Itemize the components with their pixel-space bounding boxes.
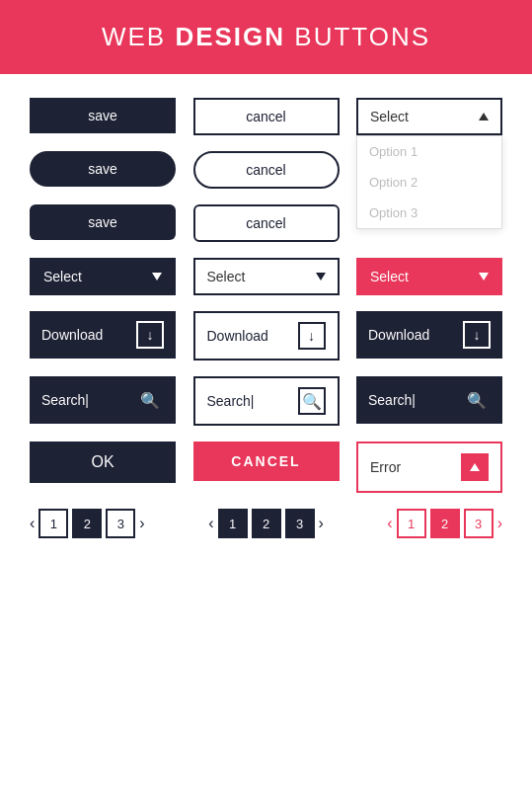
search-icon-dark-right: 🔍 [463,386,491,414]
save-flat-button[interactable]: save [30,98,176,133]
pag3-page1-button[interactable]: 1 [397,509,426,538]
chevron-up-icon [479,113,489,120]
row-5: Download ↓ Download ↓ Download ↓ [30,311,502,361]
search-outline-input[interactable]: Search| 🔍 [193,376,340,426]
dropdown-option-2[interactable]: Option 2 [357,167,501,198]
pag1-prev-button[interactable]: ‹ [30,515,35,532]
save-slight-button[interactable]: save [30,204,176,240]
ok-button[interactable]: OK [30,441,176,483]
page-header: WEB DESIGN BUTTONS [0,0,532,74]
pagination-row: ‹ 1 2 3 › ‹ 1 2 3 › ‹ 1 2 3 › [30,509,502,538]
select-dark-button[interactable]: Select [30,258,176,295]
pag1-page1-button[interactable]: 1 [38,509,68,538]
pag1-next-button[interactable]: › [139,515,144,532]
pag2-prev-button[interactable]: ‹ [208,515,213,532]
search-dark-input[interactable]: Search| 🔍 [30,376,176,424]
row-1: save cancel Select Option 1 Option 2 Opt… [30,98,502,135]
dropdown-option-3[interactable]: Option 3 [357,198,501,228]
select-pink-button[interactable]: Select [356,258,502,295]
download-dark-right-button[interactable]: Download ↓ [356,311,502,359]
pag2-page3-button[interactable]: 3 [285,509,315,538]
error-button[interactable]: Error [356,441,502,493]
pag3-page3-button[interactable]: 3 [464,509,494,538]
search-icon-outline: 🔍 [298,387,326,415]
cancel-pink-button[interactable]: CANCEL [193,441,340,481]
cancel-flat-button[interactable]: cancel [193,98,340,135]
pagination-group-1: ‹ 1 2 3 › [30,509,145,538]
warning-icon [470,463,480,471]
pag2-page1-button[interactable]: 1 [218,509,248,538]
pag3-page2-button[interactable]: 2 [430,509,460,538]
chevron-down-icon-outline [316,273,326,281]
chevron-down-icon-pink [479,273,489,281]
row-6: Search| 🔍 Search| 🔍 Search| 🔍 [30,376,502,426]
row-7: OK CANCEL Error [30,441,502,493]
select-outline-button[interactable]: Select [356,98,502,135]
pag2-next-button[interactable]: › [319,515,324,532]
pag3-next-button[interactable]: › [497,515,502,532]
cancel-rounded-button[interactable]: cancel [193,151,340,189]
pag3-prev-button[interactable]: ‹ [387,515,392,532]
save-rounded-button[interactable]: save [30,151,176,187]
pagination-group-3: ‹ 1 2 3 › [387,509,502,538]
error-triangle-icon [461,453,489,481]
chevron-down-icon-dark [152,273,162,281]
content-area: save cancel Select Option 1 Option 2 Opt… [0,74,532,558]
pag1-page3-button[interactable]: 3 [106,509,135,538]
download-icon-outline: ↓ [298,322,326,350]
select-outline-button-2[interactable]: Select [193,258,340,295]
header-title: WEB DESIGN BUTTONS [102,22,430,51]
search-dark-right-input[interactable]: Search| 🔍 [356,376,502,424]
download-icon-dark-right: ↓ [463,321,491,349]
select-dropdown-container: Select Option 1 Option 2 Option 3 [356,98,502,135]
dropdown-menu: Option 1 Option 2 Option 3 [356,135,502,229]
search-icon-dark: 🔍 [136,386,164,414]
download-dark-button[interactable]: Download ↓ [30,311,176,359]
pagination-group-2: ‹ 1 2 3 › [208,509,324,538]
cancel-slight-button[interactable]: cancel [193,204,340,242]
download-icon-dark: ↓ [136,321,164,349]
pag1-page2-button[interactable]: 2 [72,509,102,538]
dropdown-option-1[interactable]: Option 1 [357,136,501,167]
pag2-page2-button[interactable]: 2 [252,509,281,538]
row-4: Select Select Select [30,258,502,295]
download-outline-button[interactable]: Download ↓ [193,311,340,361]
